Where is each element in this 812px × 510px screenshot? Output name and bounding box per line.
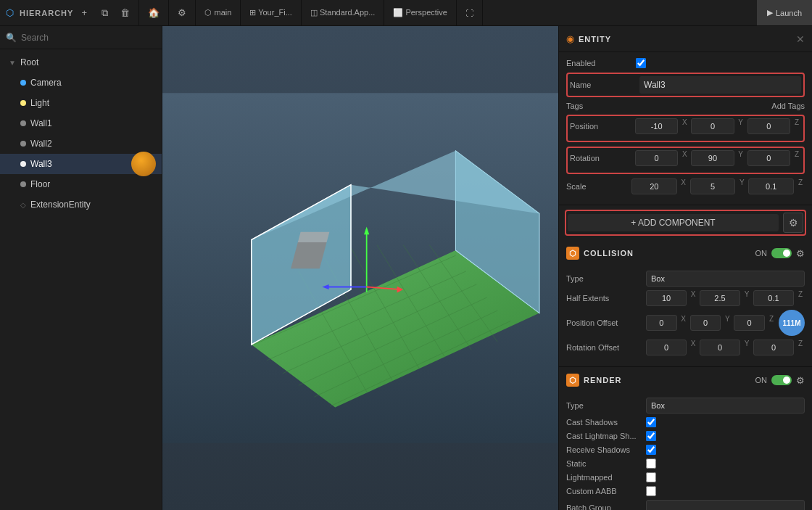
name-input[interactable] xyxy=(639,76,801,94)
tree-item-light[interactable]: Light xyxy=(0,93,162,113)
batch-group-label: Batch Group xyxy=(566,503,646,510)
collision-cog[interactable]: ⚙ xyxy=(796,248,805,259)
he-y-field xyxy=(700,290,740,306)
tab-perspective[interactable]: ⬜ Perspective xyxy=(384,0,457,25)
position-x-input[interactable] xyxy=(635,118,678,134)
tree-item-floor[interactable]: Floor xyxy=(0,174,162,194)
tree-item-wall1[interactable]: Wall1 xyxy=(0,113,162,133)
receive-shadows-row: Receive Shadows xyxy=(566,445,805,455)
tab-standard[interactable]: ◫ Standard.App... xyxy=(302,0,385,25)
ro-y-input[interactable] xyxy=(700,340,740,355)
po-z-axis: Z xyxy=(767,315,776,331)
hierarchy-title: HIERARCHY xyxy=(20,9,73,17)
he-y-input[interactable] xyxy=(700,290,740,306)
rotation-z-input[interactable] xyxy=(747,150,790,166)
tree-item-extension[interactable]: ◇ ExtensionEntity xyxy=(0,194,162,215)
tree-item-wall2[interactable]: Wall2 xyxy=(0,133,162,154)
static-checkbox[interactable] xyxy=(646,458,656,469)
he-z-input[interactable] xyxy=(753,290,794,306)
render-cog[interactable]: ⚙ xyxy=(796,375,805,386)
receive-shadows-checkbox[interactable] xyxy=(646,445,656,455)
hierarchy-icon: ⬡ xyxy=(6,7,14,18)
po-z-input[interactable] xyxy=(734,315,765,331)
wall3-dot xyxy=(20,161,26,167)
render-type-select[interactable]: Box xyxy=(646,398,805,414)
lightmapped-row: Lightmapped xyxy=(566,472,805,482)
tree-item-wall3[interactable]: Wall3 xyxy=(0,154,162,174)
batch-group-input[interactable] xyxy=(646,500,805,510)
rotation-row: Rotation X Y Z xyxy=(570,150,801,166)
play-icon: ▶ xyxy=(767,8,773,17)
search-input[interactable] xyxy=(21,33,156,43)
ro-y-field xyxy=(700,340,740,355)
ro-z-input[interactable] xyxy=(753,340,794,355)
add-component-button[interactable]: + ADD COMPONENT xyxy=(568,214,779,231)
ro-x-input[interactable] xyxy=(646,340,687,355)
tab-settings-gear[interactable]: ⚙ xyxy=(169,0,196,25)
collision-po-label: Position Offset xyxy=(566,318,646,327)
enabled-checkbox[interactable] xyxy=(636,58,646,68)
add-entity-btn[interactable]: + xyxy=(76,5,92,21)
collision-type-select[interactable]: Box xyxy=(646,271,805,287)
render-header[interactable]: ⬡ RENDER ON ⚙ xyxy=(559,367,812,393)
rotation-x-field xyxy=(635,150,678,166)
main-area: 🔍 ▼ Root Camera Light Wall1 xyxy=(0,26,812,510)
collision-icon: ⬡ xyxy=(566,247,579,260)
po-y-input[interactable] xyxy=(690,315,721,331)
po-x-input[interactable] xyxy=(646,315,677,331)
static-row: Static xyxy=(566,458,805,469)
launch-button[interactable]: ▶ Launch xyxy=(757,0,812,25)
tab-main-label: ⬡ main xyxy=(204,8,231,17)
ry-axis-label: Y xyxy=(737,150,745,166)
cast-shadows-checkbox[interactable] xyxy=(646,417,656,427)
position-row: Position X Y Z xyxy=(570,118,801,134)
po-x-axis: X xyxy=(679,315,688,331)
po-y-axis: Y xyxy=(723,315,732,331)
tab-your-fi[interactable]: ⊞ Your_Fi... xyxy=(241,0,302,25)
entity-tree: ▼ Root Camera Light Wall1 Wall2 xyxy=(0,49,162,510)
tab-fullscreen[interactable]: ⛶ xyxy=(457,0,483,25)
duplicate-btn[interactable]: ⧉ xyxy=(96,5,112,21)
rotation-y-input[interactable] xyxy=(691,150,734,166)
tree-item-camera[interactable]: Camera xyxy=(0,73,162,93)
ro-x-field xyxy=(646,340,687,355)
render-toggle[interactable] xyxy=(771,375,792,385)
collision-title: COLLISION xyxy=(584,249,755,258)
render-icon: ⬡ xyxy=(566,374,579,387)
position-fields: X Y Z xyxy=(635,118,801,134)
rotation-x-input[interactable] xyxy=(635,150,678,166)
he-x-input[interactable] xyxy=(646,290,687,306)
custom-aabb-checkbox[interactable] xyxy=(646,486,656,496)
tree-label-extension: ExtensionEntity xyxy=(30,200,91,210)
cast-lightmap-checkbox[interactable] xyxy=(646,431,656,441)
tree-label-light: Light xyxy=(30,98,49,108)
render-type-label: Type xyxy=(566,401,646,410)
viewport[interactable]: A B C xyxy=(162,26,558,510)
scale-y-input[interactable] xyxy=(690,178,736,194)
collision-he-row: Half Extents X Y Z xyxy=(566,290,805,306)
sz-axis-label: Z xyxy=(796,178,805,194)
panel-close-btn[interactable]: ✕ xyxy=(796,33,805,45)
delete-btn[interactable]: 🗑 xyxy=(117,5,133,21)
tab-home[interactable]: 🏠 xyxy=(139,0,169,25)
collision-toggle[interactable] xyxy=(771,248,792,258)
tab-main[interactable]: ⬡ main xyxy=(196,0,241,25)
wall1-dot xyxy=(20,120,26,126)
tree-item-root[interactable]: ▼ Root xyxy=(0,52,162,73)
position-z-input[interactable] xyxy=(747,118,790,134)
position-y-input[interactable] xyxy=(691,118,734,134)
scale-fields: X Y Z xyxy=(631,178,805,194)
component-settings-btn[interactable]: ⚙ xyxy=(783,213,803,233)
tab-standard-label: ◫ Standard.App... xyxy=(310,8,376,17)
scale-x-input[interactable] xyxy=(631,178,677,194)
scale-z-input[interactable] xyxy=(748,178,794,194)
cast-shadows-label: Cast Shadows xyxy=(566,418,646,427)
he-x-field xyxy=(646,290,687,306)
scale-x-field xyxy=(631,178,677,194)
floor-dot xyxy=(20,181,26,187)
tree-label-floor: Floor xyxy=(30,179,50,189)
collision-header[interactable]: ⬡ COLLISION ON ⚙ xyxy=(559,240,812,266)
entity-panel-header: ◉ ENTITY ✕ xyxy=(559,26,812,52)
lightmapped-checkbox[interactable] xyxy=(646,472,656,482)
add-tags-btn[interactable]: Add Tags xyxy=(771,102,805,110)
